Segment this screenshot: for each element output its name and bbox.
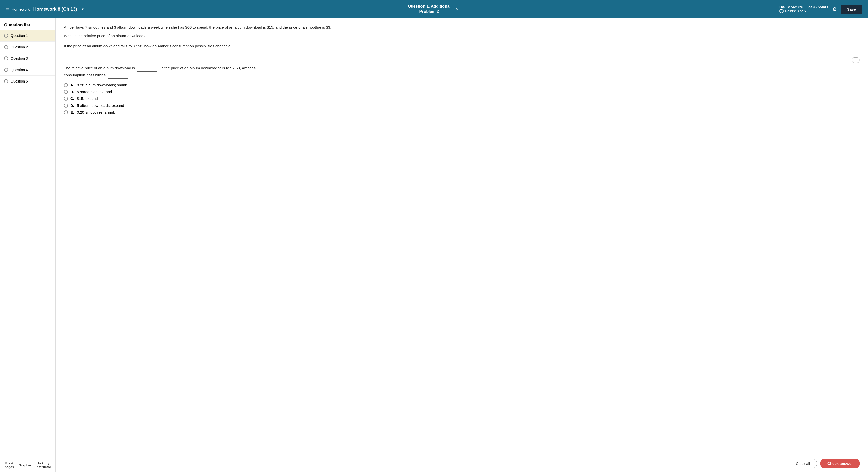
hamburger-icon[interactable]: ≡	[6, 6, 9, 12]
question-item-3[interactable]: Question 3	[0, 53, 55, 64]
question-list: Question 1 Question 2 Question 3 Questio…	[0, 30, 55, 458]
top-bar: ≡ Homework: Homework 8 (Ch 13) < Questio…	[0, 0, 868, 18]
question-label-5: Question 5	[11, 79, 28, 83]
option-letter-c: C.	[70, 96, 74, 101]
answer-prompt: The relative price of an album download …	[64, 65, 860, 79]
option-radio-b	[64, 90, 68, 94]
option-letter-a: A.	[70, 83, 74, 87]
top-bar-center: Question 1, Additional Problem 2 >	[293, 4, 575, 14]
option-d[interactable]: D. 5 album downloads; expand	[64, 103, 860, 108]
score-section: HW Score: 0%, 0 of 95 points Points: 0 o…	[779, 5, 828, 13]
option-text-c: $15; expand	[77, 96, 98, 101]
main-layout: Question list ⊢ Question 1 Question 2 Qu…	[0, 18, 868, 472]
blank-2	[108, 72, 128, 79]
top-bar-right: HW Score: 0%, 0 of 95 points Points: 0 o…	[580, 5, 862, 14]
sidebar-title: Question list	[4, 23, 30, 28]
radio-icon-5	[4, 79, 8, 83]
radio-icon-2	[4, 45, 8, 49]
homework-title: Homework 8 (Ch 13)	[33, 7, 77, 12]
question-item-4[interactable]: Question 4	[0, 64, 55, 76]
option-text-d: 5 album downloads; expand	[77, 103, 124, 108]
option-radio-c	[64, 97, 68, 101]
options-list: A. 0.20 album downloads; shrink B. 5 smo…	[64, 83, 860, 114]
check-answer-button[interactable]: Check answer	[820, 459, 860, 468]
sidebar-footer: Etext pages Grapher Ask my instructor	[0, 458, 55, 472]
collapse-button[interactable]: ⊢	[47, 22, 51, 28]
option-letter-d: D.	[70, 103, 74, 108]
question-item-1[interactable]: Question 1	[0, 30, 55, 41]
question-label-3: Question 3	[11, 56, 28, 60]
grapher-link[interactable]: Grapher	[19, 461, 32, 469]
next-question-button[interactable]: >	[454, 6, 460, 13]
sidebar-header: Question list ⊢	[0, 18, 55, 30]
question-text-1: Amber buys 7 smoothies and 3 album downl…	[64, 24, 860, 30]
prev-question-button[interactable]: <	[80, 6, 87, 13]
option-letter-e: E.	[70, 110, 74, 114]
question-label-1: Question 1	[11, 34, 28, 38]
question-text-2: What is the relative price of an album d…	[64, 33, 860, 39]
question-label-4: Question 4	[11, 68, 28, 72]
option-text-b: 5 smoothies; expand	[77, 90, 112, 94]
blank-1	[137, 65, 157, 72]
clear-all-button[interactable]: Clear all	[788, 459, 817, 468]
radio-icon-1	[4, 34, 8, 38]
question-label-2: Question 2	[11, 45, 28, 49]
option-a[interactable]: A. 0.20 album downloads; shrink	[64, 83, 860, 87]
option-radio-d	[64, 104, 68, 108]
option-b[interactable]: B. 5 smoothies; expand	[64, 90, 860, 94]
content-area: Amber buys 7 smoothies and 3 album downl…	[56, 18, 868, 472]
question-item-2[interactable]: Question 2	[0, 41, 55, 53]
radio-icon-3	[4, 56, 8, 60]
top-bar-left: ≡ Homework: Homework 8 (Ch 13) <	[6, 6, 288, 13]
option-e[interactable]: E. 0.20 smoothies; shrink	[64, 110, 860, 114]
option-text-a: 0.20 album downloads; shrink	[77, 83, 127, 87]
points-score: Points: 0 of 5	[779, 9, 828, 13]
question-text-3: If the price of an album download falls …	[64, 43, 860, 49]
save-button[interactable]: Save	[841, 5, 862, 14]
settings-icon[interactable]: ⚙	[832, 6, 837, 12]
hw-score: HW Score: 0%, 0 of 95 points	[779, 5, 828, 9]
option-c[interactable]: C. $15; expand	[64, 96, 860, 101]
ask-instructor-link[interactable]: Ask my instructor	[35, 461, 51, 469]
question-item-5[interactable]: Question 5	[0, 76, 55, 87]
sidebar: Question list ⊢ Question 1 Question 2 Qu…	[0, 18, 56, 472]
circle-icon	[779, 9, 783, 13]
option-radio-a	[64, 83, 68, 87]
option-radio-e	[64, 110, 68, 114]
current-question-title: Question 1, Additional Problem 2	[408, 4, 451, 14]
homework-label: Homework:	[12, 7, 31, 11]
radio-icon-4	[4, 68, 8, 72]
more-options-button[interactable]: ...	[851, 57, 860, 63]
option-letter-b: B.	[70, 90, 74, 94]
action-bar: Clear all Check answer	[56, 455, 868, 472]
etext-pages-link[interactable]: Etext pages	[4, 461, 15, 469]
option-text-e: 0.20 smoothies; shrink	[77, 110, 115, 114]
